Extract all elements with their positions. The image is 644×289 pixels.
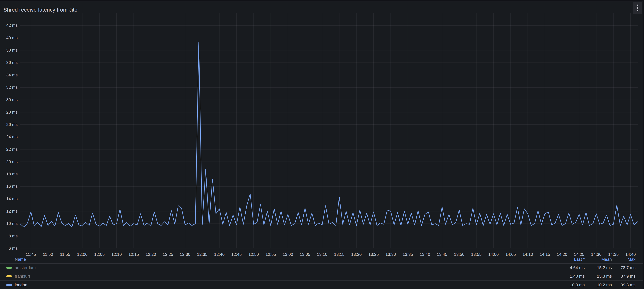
- legend-column-max[interactable]: Max: [612, 257, 636, 262]
- legend-row: amsterdam4.64 ms15.2 ms78.7 ms: [0, 263, 643, 272]
- y-axis-tick-label: 28 ms: [0, 110, 18, 115]
- y-axis-tick-label: 38 ms: [0, 48, 18, 53]
- grafana-panel: Shred receive latency from Jito 42 ms40 …: [0, 2, 643, 289]
- y-axis-tick-label: 20 ms: [0, 159, 18, 164]
- legend-column-name[interactable]: Name: [6, 257, 550, 262]
- legend-table: Name Last * Mean Max amsterdam4.64 ms15.…: [0, 255, 643, 289]
- legend-value-mean: 10.2 ms: [585, 282, 612, 287]
- y-axis-tick-label: 10 ms: [0, 221, 18, 226]
- series-color-swatch[interactable]: [6, 284, 12, 286]
- y-axis-tick-label: 24 ms: [0, 134, 18, 139]
- y-axis-tick-label: 36 ms: [0, 60, 18, 65]
- y-axis-tick-label: 32 ms: [0, 85, 18, 90]
- kebab-menu-icon: [637, 5, 638, 11]
- y-axis-tick-label: 14 ms: [0, 196, 18, 201]
- legend-value-max: 78.7 ms: [612, 265, 636, 270]
- legend-value-last: 1.40 ms: [550, 274, 585, 279]
- panel-menu-button[interactable]: [633, 2, 642, 14]
- y-axis-tick-label: 30 ms: [0, 97, 18, 102]
- y-axis-tick-label: 12 ms: [0, 209, 18, 214]
- y-axis-tick-label: 22 ms: [0, 147, 18, 152]
- y-axis-tick-label: 16 ms: [0, 184, 18, 189]
- y-axis-tick-label: 42 ms: [0, 23, 18, 28]
- y-axis-tick-label: 8 ms: [0, 234, 18, 238]
- legend-value-mean: 15.2 ms: [585, 265, 612, 270]
- series-color-swatch[interactable]: [6, 267, 12, 269]
- legend-column-last[interactable]: Last *: [550, 257, 585, 262]
- legend-row: london10.3 ms10.2 ms39.3 ms: [0, 281, 643, 289]
- legend-value-max: 87.9 ms: [612, 274, 636, 279]
- legend-value-max: 39.3 ms: [612, 282, 636, 287]
- series-name-label[interactable]: london: [15, 282, 27, 287]
- chart-plot-area[interactable]: [20, 13, 638, 248]
- series-color-swatch[interactable]: [6, 275, 12, 277]
- legend-value-last: 4.64 ms: [550, 265, 585, 270]
- legend-column-mean[interactable]: Mean: [585, 257, 612, 262]
- legend-value-last: 10.3 ms: [550, 282, 585, 287]
- legend-row: frankfurt1.40 ms13.3 ms87.9 ms: [0, 272, 643, 281]
- y-axis-tick-label: 34 ms: [0, 73, 18, 78]
- y-axis-tick-label: 18 ms: [0, 172, 18, 177]
- legend-header: Name Last * Mean Max: [0, 255, 643, 263]
- y-axis-tick-label: 26 ms: [0, 122, 18, 127]
- series-name-label[interactable]: frankfurt: [15, 274, 30, 279]
- series-name-label[interactable]: amsterdam: [15, 265, 36, 270]
- legend-value-mean: 13.3 ms: [585, 274, 612, 279]
- y-axis-tick-label: 40 ms: [0, 36, 18, 40]
- y-axis-tick-label: 6 ms: [0, 246, 18, 251]
- chart-canvas: [20, 13, 638, 248]
- panel-title[interactable]: Shred receive latency from Jito: [4, 7, 78, 13]
